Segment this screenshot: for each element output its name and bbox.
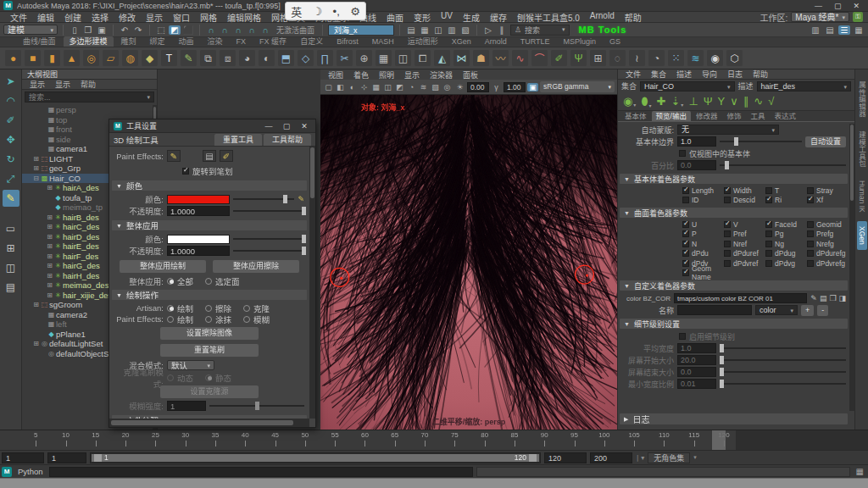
menubar-item[interactable]: 创建: [59, 11, 86, 24]
xgen-preview-icon[interactable]: ◉▾: [623, 95, 636, 108]
time-slider[interactable]: 5101520253035404550556065707580859095100…: [0, 430, 868, 450]
expand-toggle-icon[interactable]: ⊞: [32, 155, 40, 163]
viewport-menu[interactable]: 渲染器: [426, 69, 457, 80]
twosided-light-icon[interactable]: ◫: [382, 83, 393, 92]
select-tool-icon[interactable]: ➤: [3, 73, 19, 90]
move-tool-icon[interactable]: ✥: [3, 131, 19, 148]
enable-lod-checkbox[interactable]: [679, 333, 686, 340]
xgen-cut-icon[interactable]: ∥: [743, 95, 749, 108]
expand-toggle-icon[interactable]: ⊞: [46, 233, 53, 241]
param-checkbox[interactable]: [682, 230, 689, 237]
poly-plane-icon[interactable]: ▱: [103, 50, 119, 66]
command-input[interactable]: [49, 467, 473, 477]
side-tab-humanik[interactable]: Human IK: [857, 175, 867, 218]
camera-lock-icon[interactable]: ◧: [335, 83, 346, 92]
ime-language-icon[interactable]: 英: [291, 3, 302, 19]
ime-width-icon[interactable]: ☽: [313, 5, 323, 18]
ime-toolbar[interactable]: 英 ☽ •, ⚙: [285, 2, 366, 20]
poly-disc-icon[interactable]: ◍: [122, 50, 138, 66]
primitive-bound-slider[interactable]: [720, 141, 802, 142]
percent-slider[interactable]: [720, 164, 846, 166]
viewport-menu[interactable]: 照明: [375, 69, 398, 80]
pane-single-icon[interactable]: ▭: [3, 220, 19, 237]
command-language-toggle[interactable]: Python: [15, 467, 46, 476]
shelf-tab[interactable]: XGen: [446, 36, 477, 47]
param-checkbox[interactable]: [765, 221, 772, 228]
lod-setting-slider[interactable]: [720, 383, 846, 385]
poly-torus-icon[interactable]: ◎: [83, 50, 99, 66]
poly-cone-icon[interactable]: ▲: [64, 50, 80, 66]
quick-rename-input[interactable]: 刘海_x: [328, 25, 394, 36]
flood-erase-button[interactable]: 整体应用擦除: [213, 260, 299, 273]
workspace-select[interactable]: Maya 经典*▾: [791, 12, 849, 22]
param-checkbox[interactable]: [807, 230, 814, 237]
expand-toggle-icon[interactable]: ⊞: [46, 291, 53, 299]
xgen-tab[interactable]: 表达式: [770, 111, 800, 121]
select-component-icon[interactable]: ⬛: [182, 25, 194, 35]
xgen-density-icon[interactable]: ⬮▾: [641, 95, 651, 108]
opacity-slider[interactable]: [233, 210, 304, 212]
menubar-item[interactable]: 生成: [458, 11, 485, 24]
viewport-menu[interactable]: 面板: [459, 69, 482, 80]
blur-intensity-slider[interactable]: [209, 405, 304, 407]
arnold-shelf-icon[interactable]: ◉: [707, 50, 723, 66]
xgen-part-icon[interactable]: Y: [718, 95, 726, 108]
outliner-menu[interactable]: 帮助: [76, 80, 100, 89]
shelf-tab[interactable]: Arnold: [479, 36, 513, 47]
add-param-button[interactable]: +: [801, 305, 814, 316]
radio-克隆[interactable]: [243, 305, 250, 312]
menubar-item[interactable]: 修改: [114, 11, 141, 24]
log-section-header[interactable]: ▶日志: [620, 413, 848, 424]
expand-toggle-icon[interactable]: ⊞: [46, 262, 53, 269]
type-tool-icon[interactable]: T: [161, 50, 177, 66]
svg-tool-icon[interactable]: ✎: [181, 50, 197, 66]
paint-fx-icon[interactable]: ✐: [551, 50, 567, 66]
xgen-tab[interactable]: 工具: [746, 111, 769, 121]
render-shelf-icon[interactable]: ⬡: [726, 50, 743, 66]
flood-opacity-field[interactable]: 1.0000: [167, 246, 230, 256]
param-checkbox[interactable]: [682, 241, 689, 247]
shelf-tab[interactable]: Bifrost: [331, 36, 364, 47]
quad-draw-icon[interactable]: ▦: [376, 50, 392, 66]
shadows-icon[interactable]: ◩: [394, 83, 405, 92]
reset-tool-button[interactable]: 重置工具: [214, 134, 262, 146]
xgen-clump-icon[interactable]: ∨: [730, 95, 738, 108]
param-checkbox[interactable]: [724, 241, 731, 247]
percent-field[interactable]: 0.0: [677, 160, 716, 170]
camera-attrs-icon[interactable]: ◐: [347, 83, 358, 92]
scale-tool-icon[interactable]: ⤢: [3, 170, 19, 187]
param-checkbox[interactable]: [807, 197, 814, 203]
lod-setting-slider[interactable]: [720, 371, 846, 373]
hair-paint-view[interactable]: [320, 95, 617, 430]
pfx-brush-icon[interactable]: ✎: [167, 150, 181, 162]
param-checkbox[interactable]: [724, 221, 731, 228]
layout-four-icon[interactable]: ▦: [419, 25, 431, 35]
dialog-minimize-button[interactable]: —: [262, 122, 275, 130]
mirror-icon[interactable]: ◭: [434, 50, 450, 66]
lod-setting-field[interactable]: 0.0: [677, 367, 716, 377]
color-section-header[interactable]: ▼颜色: [112, 180, 307, 191]
param-checkbox[interactable]: [807, 250, 814, 257]
toggle-toolsettings-icon[interactable]: ▤: [824, 25, 836, 35]
param-checkbox[interactable]: [682, 250, 689, 257]
bridge-icon[interactable]: ∏: [317, 50, 333, 66]
select-hierarchy-icon[interactable]: ⬚: [155, 25, 167, 35]
expand-toggle-icon[interactable]: ⊞: [46, 281, 53, 289]
eyedropper-icon[interactable]: ✎: [298, 195, 304, 203]
combine-icon[interactable]: ⧉: [200, 50, 216, 66]
toggle-attribute-editor-icon[interactable]: ▥: [810, 25, 821, 35]
dialog-close-button[interactable]: ✕: [298, 122, 311, 130]
param-checkbox[interactable]: [682, 197, 689, 203]
radio-选定面[interactable]: [205, 278, 212, 285]
layout-single-icon[interactable]: ▤: [405, 25, 417, 35]
animation-start-field[interactable]: 1: [2, 452, 44, 463]
viewport-menu[interactable]: 着色: [349, 69, 373, 80]
lod-setting-field[interactable]: 20.0: [677, 355, 716, 365]
radio-绘制[interactable]: [167, 305, 174, 312]
blend-mode-select[interactable]: 默认▾: [167, 360, 214, 370]
xgen-menu[interactable]: 集合: [647, 69, 670, 79]
flood-opacity-slider[interactable]: [233, 250, 304, 252]
menubar-item[interactable]: 刨猴半工具盒5.0: [512, 11, 585, 24]
gamma-icon[interactable]: γ: [491, 83, 502, 92]
menubar-item[interactable]: 曲面: [381, 11, 409, 24]
